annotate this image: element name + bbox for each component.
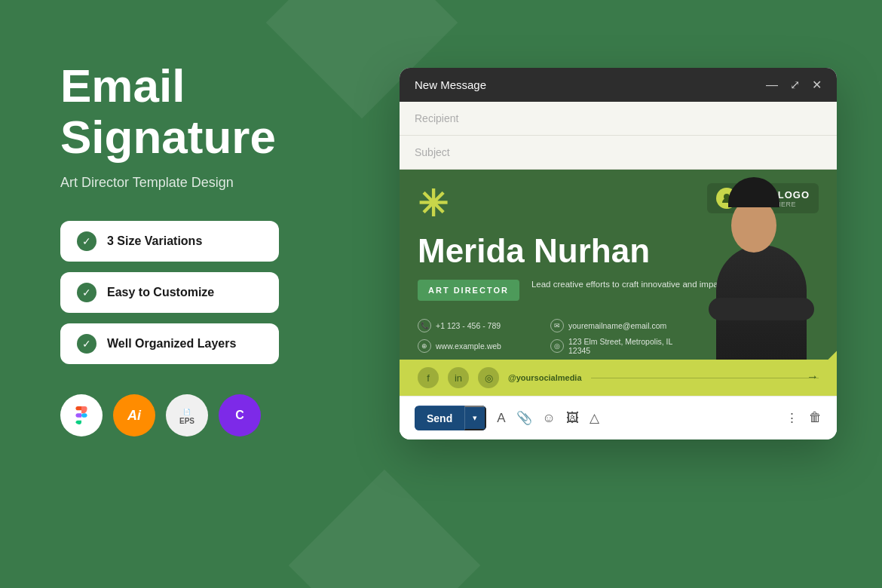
subject-field[interactable]: Subject — [400, 136, 837, 170]
bg-decoration-2 — [289, 470, 481, 588]
email-header: New Message — ⤢ ✕ — [400, 68, 837, 102]
signature-card: ✳ YOUR LOGO SLOGAN HERE Merida Nurhan — [400, 170, 837, 396]
web-icon: ⊕ — [418, 339, 431, 353]
social-facebook-icon: f — [418, 367, 439, 388]
feature-label-3: Well Organized Layers — [107, 337, 236, 351]
window-controls: — ⤢ ✕ — [766, 79, 822, 91]
send-button-group[interactable]: Send ▾ — [415, 406, 486, 430]
email-window-title: New Message — [415, 78, 486, 91]
feature-item-1: ✓ 3 Size Variations — [60, 221, 279, 262]
feature-item-3: ✓ Well Organized Layers — [60, 323, 279, 364]
check-icon-1: ✓ — [77, 231, 96, 251]
check-icon-3: ✓ — [77, 334, 96, 354]
sig-title-badge: ART DIRECTOR — [418, 280, 519, 301]
toolbar-more: ⋮ 🗑 — [786, 410, 822, 426]
check-icon-2: ✓ — [77, 283, 96, 302]
maximize-button[interactable]: ⤢ — [790, 79, 800, 91]
email-window: New Message — ⤢ ✕ Recipient Subject ✳ — [400, 68, 837, 439]
feature-label-2: Easy to Customize — [107, 286, 214, 299]
contact-phone: 📞 +1 123 - 456 - 789 — [418, 319, 543, 332]
contact-email: ✉ youremailname@email.com — [550, 319, 675, 332]
left-panel: Email Signature Art Director Template De… — [60, 60, 362, 436]
close-button[interactable]: ✕ — [812, 79, 822, 91]
sig-contacts: 📞 +1 123 - 456 - 789 ✉ youremailname@ema… — [400, 311, 694, 360]
recipient-field[interactable]: Recipient — [400, 102, 837, 136]
feature-list: ✓ 3 Size Variations ✓ Easy to Customize … — [60, 221, 362, 364]
feature-label-1: 3 Size Variations — [107, 234, 202, 248]
main-title: Email Signature — [60, 60, 362, 163]
more-options-icon[interactable]: ⋮ — [786, 410, 798, 426]
social-linkedin-icon: in — [448, 367, 469, 388]
send-dropdown-button[interactable]: ▾ — [464, 406, 486, 430]
format-text-icon[interactable]: A — [497, 411, 505, 426]
tool-illustrator-icon: Ai — [113, 394, 155, 436]
link-icon[interactable]: △ — [590, 410, 599, 426]
tool-figma-icon — [60, 394, 103, 436]
delete-icon[interactable]: 🗑 — [809, 410, 822, 426]
social-instagram-icon: ◎ — [478, 367, 499, 388]
minimize-button[interactable]: — — [766, 79, 778, 91]
tool-canva-icon: C — [219, 394, 261, 436]
email-icon: ✉ — [550, 319, 564, 332]
right-panel: New Message — ⤢ ✕ Recipient Subject ✳ — [400, 68, 837, 439]
tool-eps-icon: 📄 EPS — [166, 394, 208, 436]
sig-social-bar: f in ◎ @yoursocialmedia — [400, 360, 837, 396]
email-toolbar: Send ▾ A 📎 ☺ 🖼 △ ⋮ 🗑 — [400, 396, 837, 439]
subtitle: Art Director Template Design — [60, 175, 362, 191]
contact-website: ⊕ www.example.web — [418, 337, 543, 355]
emoji-icon[interactable]: ☺ — [543, 411, 556, 426]
phone-icon: 📞 — [418, 319, 431, 332]
image-icon[interactable]: 🖼 — [566, 411, 579, 426]
arrow-line — [591, 378, 819, 378]
sig-asterisk: ✳ — [418, 186, 448, 222]
contact-address: ◎ 123 Elm Street, Metropolis, IL 12345 — [550, 337, 675, 355]
social-handle: @yoursocialmedia — [508, 373, 582, 382]
toolbar-icons: A 📎 ☺ 🖼 △ ⋮ 🗑 — [497, 410, 822, 426]
send-button[interactable]: Send — [415, 406, 464, 430]
tool-icons: Ai 📄 EPS C — [60, 394, 362, 436]
feature-item-2: ✓ Easy to Customize — [60, 272, 279, 313]
email-fields: Recipient Subject — [400, 102, 837, 170]
location-icon: ◎ — [550, 339, 564, 353]
attach-icon[interactable]: 📎 — [516, 410, 532, 426]
